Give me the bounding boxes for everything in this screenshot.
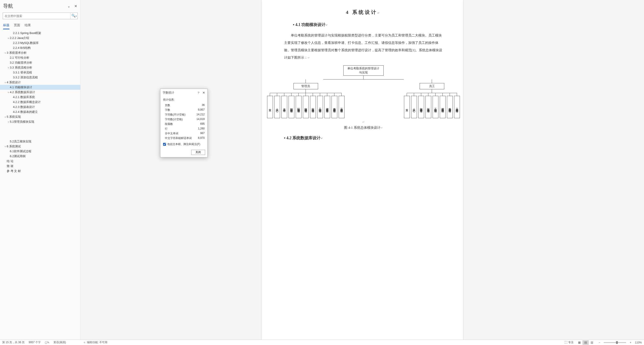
tree-item[interactable]: ▿3 系统需求分析 bbox=[0, 50, 80, 55]
tree-item[interactable]: 3.3.2 添加信息流程 bbox=[0, 75, 80, 80]
tree-item[interactable]: ▿2.2.2 Java介绍 bbox=[0, 36, 80, 41]
expand-icon[interactable]: ▿ bbox=[7, 121, 10, 123]
include-textboxes-checkbox[interactable]: 包括文本框、脚注和尾注(F) bbox=[163, 142, 205, 146]
accessibility-status[interactable]: ᯤ 辅助功能: 不可用 bbox=[84, 340, 107, 344]
stat-row: 中文字符和朝鲜语单词8,970 bbox=[163, 136, 205, 141]
chart-leaf: 打卡信息管理 bbox=[426, 96, 431, 118]
tree-item-label: 5.2员工模块实现 bbox=[10, 140, 33, 144]
chart-leaf: 考勤信息管理 bbox=[332, 96, 337, 118]
zoom-slider[interactable] bbox=[604, 342, 626, 343]
heading-level-1: 4 系统设计↵ bbox=[284, 9, 443, 16]
tree-item[interactable]: 4.2.3 数据表设计 bbox=[0, 105, 80, 110]
heading-tree[interactable]: 2.2.1 Spring Boot框架▿2.2.2 Java介绍2.2.3 My… bbox=[0, 29, 80, 345]
tree-item[interactable]: ▿4.2 系统数据库设计 bbox=[0, 90, 80, 95]
zoom-in-button[interactable]: + bbox=[629, 341, 632, 344]
tab-pages[interactable]: 页面 bbox=[14, 23, 20, 29]
tree-item[interactable]: ▿6 系统测试 bbox=[0, 144, 80, 149]
dialog-titlebar[interactable]: 字数统计 ? ✕ bbox=[160, 89, 207, 97]
tree-item bbox=[0, 124, 80, 129]
navigation-pane: 导航 ⌄ ✕ 🔍▾ 标题 页面 结果 2.2.1 Spring Boot框架▿2… bbox=[0, 0, 80, 345]
tree-item[interactable]: 4.2.4 数据表的建立 bbox=[0, 110, 80, 114]
tab-results[interactable]: 结果 bbox=[24, 23, 31, 29]
expand-icon[interactable]: ▿ bbox=[4, 81, 7, 84]
tree-item-label: 2.2.3 MySQL数据库 bbox=[13, 41, 40, 45]
view-buttons: ▦ ▤ ▥ bbox=[576, 340, 595, 345]
nav-tabs: 标题 页面 结果 bbox=[0, 21, 80, 29]
heading-level-2: ▪ 4.2 系统数据库设计↵ bbox=[284, 135, 443, 141]
chart-leaf: 职位信息管理 bbox=[296, 96, 302, 118]
tree-item[interactable]: 2.2.4 B/S结构 bbox=[0, 46, 80, 50]
print-layout-icon[interactable]: ▤ bbox=[582, 340, 589, 345]
stat-key: 中文字符和朝鲜语单词 bbox=[165, 136, 198, 140]
stat-value: 987 bbox=[200, 132, 205, 135]
tree-item[interactable]: 2.2.1 Spring Boot框架 bbox=[0, 31, 80, 36]
zoom-out-button[interactable]: − bbox=[598, 341, 601, 344]
expand-icon[interactable]: ▿ bbox=[4, 145, 7, 148]
chart-leaf: 考勤信息管理 bbox=[447, 96, 453, 118]
nav-title: 导航 bbox=[3, 3, 67, 10]
tree-item[interactable]: 2.1 可行性分析 bbox=[0, 55, 80, 60]
nav-search-box[interactable]: 🔍▾ bbox=[3, 13, 78, 19]
tree-item[interactable]: 5.2员工模块实现 bbox=[0, 139, 80, 144]
nav-header: 导航 ⌄ ✕ bbox=[0, 0, 80, 11]
read-mode-icon[interactable]: ▦ bbox=[576, 340, 582, 345]
status-language[interactable]: 英语(美国) bbox=[54, 340, 66, 344]
tree-item[interactable]: 参 考 文 献 bbox=[0, 169, 80, 174]
document-scroll[interactable]: 4 系统设计↵ ▪ 4.1 功能模块设计↵ 单位考勤系统的管理设计与实现根据权限… bbox=[80, 0, 644, 345]
expand-icon[interactable]: ▿ bbox=[7, 67, 10, 69]
stats-list: 页数36字数9,957字符数(不计空格)14,212字符数(计空格)14,819… bbox=[163, 103, 205, 141]
stat-key: 字符数(不计空格) bbox=[165, 113, 196, 117]
tree-item-label: 6.2测试用例 bbox=[10, 154, 27, 158]
zoom-level[interactable]: 110% bbox=[635, 341, 642, 344]
expand-icon[interactable]: ▿ bbox=[7, 91, 10, 94]
tree-item[interactable]: 4.1 功能模块设计 bbox=[0, 85, 80, 90]
help-icon[interactable]: ? bbox=[198, 91, 199, 95]
heading-level-2: ▪ 4.1 功能模块设计↵ bbox=[293, 22, 443, 27]
spell-check-icon[interactable]: ▢✎ bbox=[45, 341, 50, 344]
focus-button[interactable]: ⛶ 专注 bbox=[564, 340, 574, 344]
status-bar: 第 15 页，共 36 页 9957 个字 ▢✎ 英语(美国) ᯤ 辅助功能: … bbox=[0, 340, 644, 345]
tree-item-label: 4.2.4 数据表的建立 bbox=[13, 110, 40, 114]
stat-key: 页数 bbox=[165, 103, 202, 107]
expand-icon[interactable]: ▿ bbox=[4, 116, 7, 118]
chart-leaf: 打卡信息管理 bbox=[310, 96, 316, 118]
status-words[interactable]: 9957 个字 bbox=[29, 340, 41, 344]
expand-icon[interactable]: ▿ bbox=[4, 52, 7, 54]
tree-item[interactable]: ▿4 系统设计 bbox=[0, 80, 80, 85]
tree-item[interactable]: 致 谢 bbox=[0, 164, 80, 169]
search-input[interactable] bbox=[3, 14, 70, 19]
stat-value: 695 bbox=[200, 122, 205, 126]
chart-leaf: 工资信息管理 bbox=[339, 96, 344, 118]
expand-icon[interactable]: ▿ bbox=[7, 37, 10, 39]
chart-leaf: 加班申请管理 bbox=[303, 96, 309, 118]
chevron-down-icon[interactable]: ⌄ bbox=[67, 4, 70, 8]
web-layout-icon[interactable]: ▥ bbox=[589, 340, 595, 345]
chart-leaf: 工资信息管理 bbox=[454, 96, 460, 118]
tree-item[interactable]: 结 论 bbox=[0, 159, 80, 164]
chart-root-box: 单位考勤系统的管理设计与实现 bbox=[343, 65, 384, 76]
close-button[interactable]: 关闭 bbox=[191, 150, 205, 155]
tree-item[interactable]: 4.2.1 数据库系统 bbox=[0, 95, 80, 100]
tab-headings[interactable]: 标题 bbox=[3, 23, 10, 29]
chart-leaf: 请假信息管理 bbox=[440, 96, 446, 118]
checkbox-input[interactable] bbox=[163, 143, 166, 146]
tree-item[interactable]: 3.2 功能需求分析 bbox=[0, 60, 80, 65]
close-icon[interactable]: ✕ bbox=[202, 91, 205, 95]
tree-item[interactable]: ▿5.1管理员模块实现 bbox=[0, 119, 80, 124]
tree-item-label: 致 谢 bbox=[7, 164, 15, 168]
status-page[interactable]: 第 15 页，共 36 页 bbox=[2, 340, 24, 344]
tree-item[interactable]: 3.3.1 登录流程 bbox=[0, 70, 80, 75]
close-icon[interactable]: ✕ bbox=[74, 4, 77, 8]
document-page: 4 系统设计↵ ▪ 4.1 功能模块设计↵ 单位考勤系统的管理设计与实现根据权限… bbox=[262, 0, 463, 345]
tree-item[interactable]: ▿3.3 系统流程分析 bbox=[0, 65, 80, 70]
tree-item[interactable]: 2.2.3 MySQL数据库 bbox=[0, 41, 80, 46]
tree-item-label: 3.3.2 添加信息流程 bbox=[13, 76, 40, 80]
tree-item-label: 6.1软件测试过程 bbox=[10, 149, 33, 153]
tree-item-label: 4.2 系统数据库设计 bbox=[10, 90, 37, 94]
tree-item[interactable]: 6.2测试用例 bbox=[0, 154, 80, 159]
tree-item[interactable]: ▿5 系统实现 bbox=[0, 114, 80, 119]
tree-item-label: 4.1 功能模块设计 bbox=[10, 85, 34, 89]
tree-item[interactable]: 6.1软件测试过程 bbox=[0, 149, 80, 154]
tree-item[interactable]: 4.2.2 数据库概念设计 bbox=[0, 100, 80, 105]
search-icon[interactable]: 🔍▾ bbox=[70, 13, 78, 19]
